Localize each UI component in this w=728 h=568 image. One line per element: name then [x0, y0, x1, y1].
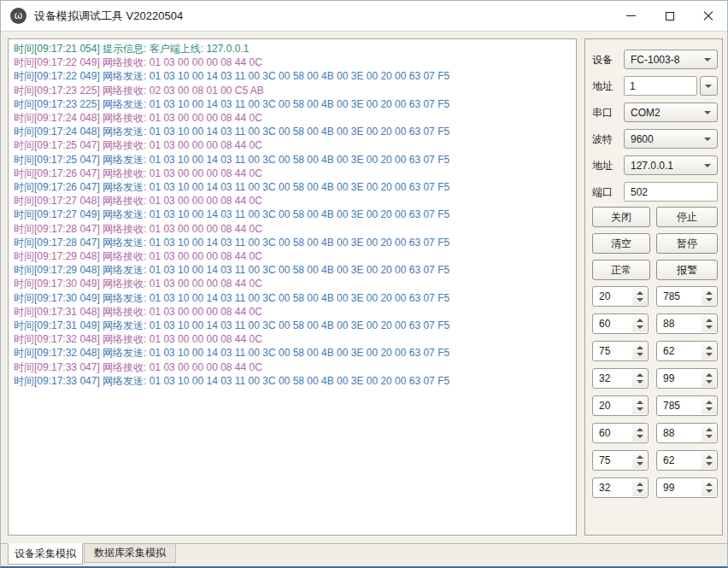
serial-port-value: COM2	[631, 107, 660, 119]
ip-address-label: 地址	[592, 158, 613, 173]
stop-button[interactable]: 停止	[656, 207, 718, 227]
device-address-input[interactable]: 1	[624, 76, 697, 96]
spinner-down-button[interactable]	[706, 380, 713, 384]
spinner-value: 32	[599, 372, 610, 384]
serial-port-dropdown[interactable]: COM2	[624, 102, 718, 122]
spinner-down-button[interactable]	[706, 353, 713, 356]
spinner-input[interactable]: 60	[592, 313, 649, 334]
minimize-button[interactable]	[612, 1, 650, 31]
spinner-down-button[interactable]	[637, 325, 643, 329]
device-address-dropdown-button[interactable]	[700, 76, 718, 96]
spinner-input[interactable]: 785	[656, 395, 718, 416]
spinner-down-button[interactable]	[706, 462, 713, 466]
baud-rate-dropdown[interactable]: 9600	[624, 129, 718, 149]
clear-button[interactable]: 清空	[592, 233, 650, 254]
spinner-up-button[interactable]	[706, 483, 713, 486]
spinner-down-button[interactable]	[637, 435, 643, 438]
spinner-down-button[interactable]	[637, 489, 643, 493]
maximize-icon	[666, 12, 674, 20]
spinner-up-button[interactable]	[706, 319, 713, 322]
spinner-up-button[interactable]	[637, 483, 643, 486]
spinner-down-button[interactable]	[637, 380, 643, 384]
spinner-value: 88	[663, 318, 674, 330]
spinner-input[interactable]: 75	[592, 450, 649, 471]
spinner-value: 75	[599, 454, 610, 466]
device-dropdown[interactable]: FC-1003-8	[624, 50, 718, 69]
spinner-input[interactable]: 32	[592, 477, 649, 498]
spinner-input[interactable]: 62	[656, 341, 718, 361]
log-line: 时间[09:17:30 049] 网络接收: 01 03 00 00 00 08…	[14, 277, 571, 290]
port-input[interactable]: 502	[624, 182, 718, 202]
spinner-value: 20	[599, 400, 610, 412]
spinner-input[interactable]: 99	[656, 477, 718, 498]
spinner-value: 88	[663, 427, 674, 439]
spinner-up-button[interactable]	[637, 401, 643, 404]
tab-database-sim[interactable]: 数据库采集模拟	[84, 544, 176, 563]
spinner-input[interactable]: 99	[656, 368, 718, 389]
spinner-value: 20	[599, 290, 610, 302]
spinner-input[interactable]: 32	[592, 368, 649, 389]
spinner-buttons	[632, 452, 647, 469]
app-window: ω 设备模拟调试工具 V20220504 时间[09:17:21 054] 提示…	[0, 0, 728, 568]
spinner-value: 785	[663, 400, 680, 412]
chevron-down-icon	[704, 164, 711, 167]
spinner-up-button[interactable]	[637, 346, 643, 349]
log-line: 时间[09:17:26 047] 网络发送: 01 03 10 00 14 03…	[14, 180, 571, 194]
spinner-down-button[interactable]	[706, 298, 713, 302]
log-line: 时间[09:17:27 048] 网络接收: 01 03 00 00 00 08…	[14, 194, 571, 208]
spinner-down-button[interactable]	[706, 435, 713, 438]
log-line: 时间[09:17:24 048] 网络接收: 01 03 00 00 00 08…	[14, 111, 571, 125]
spinner-up-button[interactable]	[637, 428, 643, 431]
close-icon	[703, 11, 713, 21]
alarm-button[interactable]: 报警	[656, 260, 718, 280]
spinner-input[interactable]: 60	[592, 423, 649, 443]
spinner-down-button[interactable]	[637, 298, 643, 302]
maximize-button[interactable]	[650, 1, 689, 31]
spinner-input[interactable]: 88	[656, 313, 718, 334]
spinner-up-button[interactable]	[637, 455, 643, 459]
spinner-input[interactable]: 88	[656, 423, 718, 443]
log-line: 时间[09:17:26 047] 网络接收: 01 03 00 00 00 08…	[14, 167, 571, 180]
serial-port-label: 串口	[592, 105, 613, 120]
close-button[interactable]: 关闭	[592, 207, 650, 227]
spinner-down-button[interactable]	[637, 407, 643, 411]
port-label: 端口	[592, 184, 613, 199]
spinner-up-button[interactable]	[706, 455, 713, 459]
close-button[interactable]	[689, 1, 727, 31]
spinner-input[interactable]: 20	[592, 395, 649, 416]
spinner-buttons	[632, 397, 647, 414]
spinner-down-button[interactable]	[706, 489, 713, 493]
spinner-buttons	[632, 288, 647, 305]
spinner-up-button[interactable]	[706, 428, 713, 431]
log-area[interactable]: 时间[09:17:21 054] 提示信息: 客户端上线: 127.0.0.1时…	[8, 38, 577, 536]
normal-button[interactable]: 正常	[592, 260, 650, 280]
spinner-input[interactable]: 62	[656, 450, 718, 471]
spinner-input[interactable]: 785	[656, 286, 718, 307]
spinner-up-button[interactable]	[637, 319, 643, 322]
chevron-down-icon	[705, 85, 712, 88]
field-row-ip-address: 地址127.0.0.1	[585, 155, 722, 175]
spinner-up-button[interactable]	[706, 346, 713, 349]
spinner-down-button[interactable]	[637, 353, 643, 356]
spinner-up-button[interactable]	[706, 291, 713, 295]
spinner-input[interactable]: 75	[592, 341, 649, 361]
baud-rate-label: 波特	[592, 132, 613, 146]
spinner-down-button[interactable]	[706, 407, 713, 411]
ip-address-dropdown[interactable]: 127.0.0.1	[624, 155, 718, 175]
spinner-up-button[interactable]	[706, 401, 713, 404]
spinner-down-button[interactable]	[637, 462, 643, 466]
field-row-device: 设备FC-1003-8	[585, 50, 722, 69]
spinner-down-button[interactable]	[706, 325, 713, 329]
pause-button[interactable]: 暂停	[656, 233, 718, 254]
spinner-up-button[interactable]	[637, 373, 643, 377]
spinner-input[interactable]: 20	[592, 286, 649, 307]
log-line: 时间[09:17:23 225] 网络发送: 01 03 10 00 14 03…	[14, 97, 571, 111]
minimize-icon	[626, 15, 636, 16]
title-bar: ω 设备模拟调试工具 V20220504	[1, 1, 727, 32]
spinner-up-button[interactable]	[706, 373, 713, 377]
log-line: 时间[09:17:33 047] 网络发送: 01 03 10 00 14 03…	[14, 374, 571, 388]
tab-device-sim[interactable]: 设备采集模拟	[8, 543, 83, 565]
spinner-buttons	[632, 315, 647, 332]
log-line: 时间[09:17:30 049] 网络发送: 01 03 10 00 14 03…	[14, 291, 571, 305]
spinner-up-button[interactable]	[637, 291, 643, 295]
